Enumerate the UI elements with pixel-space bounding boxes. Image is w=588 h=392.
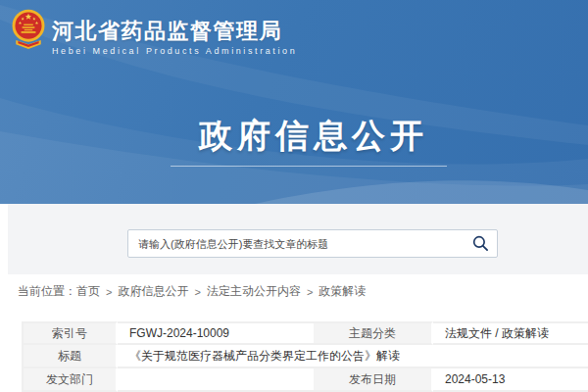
breadcrumb-item-policy-interpretation[interactable]: 政策解读 <box>318 283 366 300</box>
breadcrumb: 当前位置： 首页 > 政府信息公开 > 法定主动公开内容 > 政策解读 <box>18 283 366 300</box>
search-button[interactable] <box>464 230 497 257</box>
search-icon <box>471 234 490 253</box>
table-row: 索引号 FGWJ-2024-10009 主题分类 法规文件 / 政策解读 <box>24 321 588 345</box>
title-value: 《关于规范医疗器械产品分类界定工作的公告》解读 <box>118 345 588 368</box>
page: 河北省药品监督管理局 Hebei Medical Products Admini… <box>0 0 588 392</box>
index-number-value: FGWJ-2024-10009 <box>118 321 314 345</box>
title-label: 标题 <box>24 345 118 368</box>
topic-category-value: 法规文件 / 政策解读 <box>433 321 588 345</box>
publish-date-label: 发布日期 <box>314 368 433 392</box>
national-emblem-icon <box>12 8 45 55</box>
issuing-department-label: 发文部门 <box>24 368 118 392</box>
breadcrumb-label: 当前位置： <box>18 283 76 300</box>
breadcrumb-item-home[interactable]: 首页 <box>76 283 100 300</box>
search-input[interactable] <box>128 230 464 257</box>
brand-text: 河北省药品监督管理局 Hebei Medical Products Admini… <box>52 20 297 56</box>
search-box <box>127 229 498 258</box>
breadcrumb-separator: > <box>194 286 200 298</box>
table-row: 标题 《关于规范医疗器械产品分类界定工作的公告》解读 <box>24 345 588 368</box>
breadcrumb-item-gov-info[interactable]: 政府信息公开 <box>118 283 188 300</box>
banner: 河北省药品监督管理局 Hebei Medical Products Admini… <box>0 0 588 204</box>
breadcrumb-item-statutory-disclosure[interactable]: 法定主动公开内容 <box>207 283 301 300</box>
document-info-table: 索引号 FGWJ-2024-10009 主题分类 法规文件 / 政策解读 标题 … <box>22 321 588 392</box>
index-number-label: 索引号 <box>24 321 118 345</box>
banner-page-title: 政府信息公开 <box>39 114 588 159</box>
site-logo-home-link[interactable]: 河北省药品监督管理局 Hebei Medical Products Admini… <box>12 8 297 56</box>
search-section <box>8 204 588 274</box>
agency-name-en: Hebei Medical Products Administration <box>52 46 297 56</box>
breadcrumb-separator: > <box>106 286 112 298</box>
breadcrumb-separator: > <box>307 286 313 298</box>
table-row: 发文部门 发布日期 2024-05-13 <box>24 368 588 392</box>
publish-date-value: 2024-05-13 <box>433 368 588 392</box>
topic-category-label: 主题分类 <box>314 321 433 345</box>
issuing-department-value <box>118 368 314 392</box>
agency-name-cn: 河北省药品监督管理局 <box>52 20 297 42</box>
banner-title-underline <box>171 166 447 167</box>
